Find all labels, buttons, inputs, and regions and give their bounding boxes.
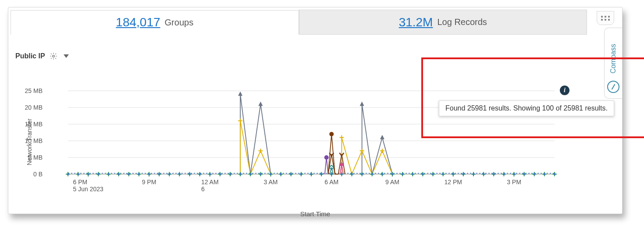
svg-point-139 xyxy=(168,173,171,175)
x-tick: 9 AM xyxy=(385,179,399,186)
y-tick: 10 MB xyxy=(25,137,43,144)
svg-point-148 xyxy=(260,173,262,175)
y-tick: 25 MB xyxy=(25,87,43,94)
svg-point-134 xyxy=(117,173,120,175)
svg-point-179 xyxy=(329,132,334,136)
x-tick: 3 PM xyxy=(507,179,521,186)
svg-marker-17 xyxy=(258,101,263,106)
svg-point-150 xyxy=(280,173,282,175)
svg-point-167 xyxy=(452,173,454,175)
svg-point-131 xyxy=(87,173,89,175)
svg-point-159 xyxy=(371,173,373,175)
svg-point-177 xyxy=(554,173,556,175)
x-tick: 6 AM xyxy=(324,179,338,186)
svg-point-133 xyxy=(107,173,110,175)
svg-point-169 xyxy=(473,173,475,175)
svg-point-171 xyxy=(493,173,495,175)
compass-tab[interactable]: Compass xyxy=(604,28,622,99)
svg-marker-16 xyxy=(238,92,242,96)
result-tabs: 184,017 Groups 31.2M Log Records xyxy=(11,10,587,35)
svg-point-151 xyxy=(290,173,292,175)
groups-count: 184,017 xyxy=(116,15,160,29)
svg-point-152 xyxy=(300,173,302,175)
tab-groups[interactable]: 184,017 Groups xyxy=(11,10,299,35)
svg-point-0 xyxy=(52,55,54,57)
y-tick: 5 MB xyxy=(28,154,43,161)
svg-point-175 xyxy=(533,173,535,175)
logs-count: 31.2M xyxy=(399,15,433,29)
x-tick: 12 PM xyxy=(445,179,462,186)
compass-label: Compass xyxy=(609,44,617,76)
tab-log-records[interactable]: 31.2M Log Records xyxy=(299,10,587,34)
svg-point-147 xyxy=(249,173,252,175)
svg-point-153 xyxy=(310,173,313,175)
chart-panel: Compass 184,017 Groups 31.2M Log Records… xyxy=(8,7,623,214)
info-icon[interactable]: i xyxy=(560,86,569,95)
x-tick: 12 AM6 xyxy=(201,179,219,193)
y-tick: 20 MB xyxy=(25,104,43,111)
svg-point-154 xyxy=(320,173,323,175)
svg-point-132 xyxy=(97,173,100,175)
svg-point-136 xyxy=(138,173,140,175)
results-tooltip: Found 25981 results. Showing 100 of 2598… xyxy=(439,100,614,116)
svg-point-162 xyxy=(402,173,404,175)
svg-point-146 xyxy=(239,173,242,175)
svg-marker-19 xyxy=(380,135,384,139)
svg-point-170 xyxy=(483,173,485,175)
x-tick: 9 PM xyxy=(142,179,157,186)
svg-point-129 xyxy=(67,173,69,175)
svg-point-161 xyxy=(391,173,394,175)
groups-label: Groups xyxy=(165,18,194,28)
svg-point-138 xyxy=(158,173,160,175)
svg-point-174 xyxy=(523,173,525,175)
svg-point-168 xyxy=(462,173,464,175)
chevron-down-icon xyxy=(64,54,69,58)
y-tick: 15 MB xyxy=(25,121,43,128)
y-tick: 0 B xyxy=(33,171,43,178)
svg-point-158 xyxy=(361,173,363,175)
group-by-label: Public IP xyxy=(15,52,45,60)
svg-point-160 xyxy=(381,173,383,175)
svg-point-140 xyxy=(178,173,181,175)
svg-point-165 xyxy=(432,173,434,175)
x-tick: 3 AM xyxy=(264,179,278,186)
svg-point-145 xyxy=(229,173,231,175)
group-by-dropdown[interactable]: Public IP xyxy=(15,52,622,60)
compass-icon xyxy=(607,81,619,93)
svg-point-143 xyxy=(209,173,211,175)
svg-point-172 xyxy=(503,173,505,175)
svg-point-141 xyxy=(189,173,191,175)
drag-handle-icon[interactable] xyxy=(597,11,614,25)
svg-point-156 xyxy=(341,173,343,175)
x-tick: 6 PM5 Jun 2023 xyxy=(73,179,103,193)
svg-point-166 xyxy=(442,173,444,175)
svg-point-164 xyxy=(422,173,424,175)
svg-point-155 xyxy=(331,173,333,175)
svg-point-173 xyxy=(513,173,515,175)
x-axis-label: Start Time xyxy=(300,210,330,218)
svg-point-135 xyxy=(128,173,130,175)
svg-point-149 xyxy=(270,173,272,175)
svg-point-157 xyxy=(351,173,353,175)
svg-point-130 xyxy=(77,173,79,175)
svg-point-176 xyxy=(543,173,545,175)
svg-point-142 xyxy=(199,173,201,175)
svg-marker-18 xyxy=(360,101,364,106)
svg-point-163 xyxy=(412,173,414,175)
svg-point-178 xyxy=(324,155,329,160)
gear-icon[interactable] xyxy=(50,52,57,60)
svg-point-137 xyxy=(148,173,150,175)
svg-point-144 xyxy=(219,173,221,175)
logs-label: Log Records xyxy=(437,17,487,27)
